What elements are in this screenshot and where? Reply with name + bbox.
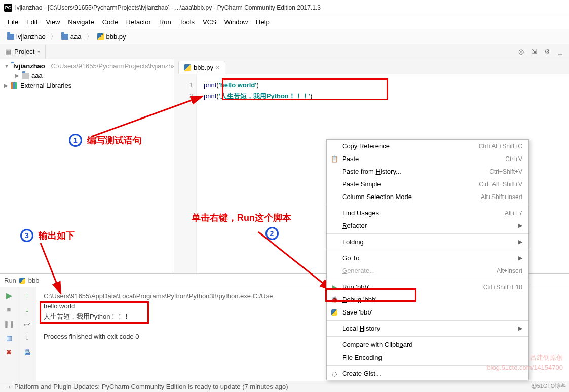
hide-icon[interactable]: ⎯: [555, 46, 566, 57]
status-bar: ▭ Platform and Plugin Updates: PyCharm C…: [0, 381, 569, 392]
pause-button[interactable]: ❚❚: [4, 319, 14, 329]
breadcrumb-segment[interactable]: lvjianzhao: [4, 32, 49, 42]
chevron-right-icon[interactable]: ▶: [15, 73, 20, 79]
line-number: 1: [177, 80, 193, 91]
tree-root[interactable]: ▼ lvjianzhao C:\Users\91655\PycharmProje…: [0, 61, 174, 71]
menu-item-label: Paste from History...: [342, 168, 489, 175]
print-button[interactable]: 🖶: [22, 347, 32, 357]
menu-window[interactable]: Window: [221, 17, 251, 27]
up-button[interactable]: ↑: [22, 290, 32, 300]
menu-run[interactable]: Run: [156, 17, 175, 27]
context-menu-item[interactable]: Find UsagesAlt+F7: [327, 207, 528, 219]
chevron-down-icon[interactable]: ▼: [4, 63, 9, 69]
menu-separator: [327, 205, 528, 205]
python-file-icon: [330, 308, 338, 317]
context-menu-item[interactable]: Paste SimpleCtrl+Alt+Shift+V: [327, 178, 528, 190]
context-menu-item[interactable]: Column Selection ModeAlt+Shift+Insert: [327, 190, 528, 203]
menu-shortcut: Ctrl+Shift+V: [489, 168, 522, 175]
code-string: '人生苦短，我用Python！！！': [219, 92, 310, 100]
context-menu-item[interactable]: Compare with Clipboard: [327, 338, 528, 351]
library-icon: [11, 82, 18, 89]
context-menu-item[interactable]: Folding▶: [327, 236, 528, 248]
tree-label: aaa: [31, 72, 43, 80]
menu-separator: [327, 250, 528, 250]
context-menu-item[interactable]: 🐞Debug 'bbb': [327, 293, 528, 306]
layout-icon: ▤: [5, 48, 11, 55]
watermark-footer: @51CTO博客: [532, 382, 566, 390]
menu-tools[interactable]: Tools: [176, 17, 198, 27]
github-icon: ◌: [330, 370, 338, 378]
title-bar: PC lvjianzhao - [C:\Users\91655\PycharmP…: [0, 0, 569, 15]
chevron-right-icon[interactable]: ▶: [4, 83, 9, 88]
down-button[interactable]: ↓: [22, 304, 32, 315]
rerun-button[interactable]: ▶: [4, 290, 14, 300]
breadcrumb-segment[interactable]: bbb.py: [94, 32, 129, 42]
context-menu-item[interactable]: Paste from History...Ctrl+Shift+V: [327, 165, 528, 178]
context-menu-item[interactable]: Local History▶: [327, 322, 528, 335]
code-string: 'hello world': [219, 81, 257, 89]
chevron-right-icon: 〉: [87, 33, 92, 41]
menu-item-label: Paste Simple: [342, 180, 479, 188]
menu-item-label: Run 'bbb': [342, 283, 483, 291]
menu-item-label: Debug 'bbb': [342, 296, 522, 303]
project-panel-selector[interactable]: ▤ Project ▾: [0, 44, 46, 59]
menu-vcs[interactable]: VCS: [199, 17, 220, 27]
python-file-icon: [19, 278, 25, 284]
menu-shortcut: Ctrl+Shift+F10: [483, 284, 522, 291]
context-menu-item[interactable]: Save 'bbb': [327, 306, 528, 319]
paste-icon: 📋: [330, 155, 338, 163]
folder-icon: [61, 34, 68, 40]
menu-item-label: Save 'bbb': [342, 308, 522, 316]
run-toolbar: ▶ ■ ❚❚ ▥ ✖: [0, 287, 18, 392]
project-panel-title: Project: [14, 48, 34, 55]
menu-shortcut: Ctrl+Alt+Shift+C: [479, 143, 522, 150]
editor-tab[interactable]: bbb.py ×: [178, 61, 225, 74]
breadcrumb-label: bbb.py: [106, 33, 126, 41]
run-config-name: bbb: [28, 277, 40, 284]
folder-icon: [7, 34, 14, 40]
collapse-icon[interactable]: ⇲: [528, 46, 540, 57]
app-icon: PC: [4, 4, 12, 12]
context-menu-item[interactable]: 📋PasteCtrl+V: [327, 152, 528, 165]
bug-icon: 🐞: [330, 296, 338, 304]
window-title: lvjianzhao - [C:\Users\91655\PycharmProj…: [15, 4, 321, 11]
chevron-right-icon: ▶: [518, 239, 522, 245]
menu-separator: [327, 233, 528, 234]
gear-icon[interactable]: ⚙: [542, 46, 553, 57]
tree-item[interactable]: ▶ aaa: [0, 71, 174, 81]
close-button[interactable]: ✖: [4, 347, 14, 357]
menu-edit[interactable]: Edit: [23, 17, 41, 27]
close-icon[interactable]: ×: [216, 64, 220, 71]
menu-item-label: Go To: [342, 254, 518, 262]
watermark: 吕建钊原创 blog.51cto.com/14154700: [487, 352, 563, 373]
menu-file[interactable]: File: [4, 17, 22, 27]
menu-item-label: Refactor: [342, 222, 518, 229]
layout-button[interactable]: ▥: [4, 333, 14, 343]
menu-view[interactable]: View: [42, 17, 63, 27]
breadcrumb-segment[interactable]: aaa: [58, 32, 85, 42]
target-icon[interactable]: ◎: [515, 46, 526, 57]
tree-label: lvjianzhao: [13, 62, 45, 70]
menu-item-label: Copy Reference: [342, 142, 479, 150]
menu-shortcut: Ctrl+Alt+Shift+V: [479, 181, 522, 188]
tree-path: C:\Users\91655\PycharmProjects\lvjianzha…: [51, 62, 174, 70]
toolbar-row: ▤ Project ▾ ◎ ⇲ ⚙ ⎯: [0, 44, 569, 59]
context-menu-item[interactable]: Refactor▶: [327, 219, 528, 232]
chevron-right-icon: ▶: [518, 222, 522, 229]
menu-navigate[interactable]: Navigate: [64, 17, 97, 27]
menu-help[interactable]: Help: [252, 17, 273, 27]
menu-item-label: Paste: [342, 155, 505, 163]
menu-shortcut: Alt+F7: [505, 210, 522, 217]
menu-shortcut: Alt+Insert: [497, 267, 522, 275]
wrap-button[interactable]: ⮐: [22, 319, 32, 329]
python-file-icon: [97, 33, 104, 40]
tree-external-libs[interactable]: ▶ External Libraries: [0, 81, 174, 90]
context-menu-item[interactable]: Copy ReferenceCtrl+Alt+Shift+C: [327, 140, 528, 152]
context-menu-item[interactable]: Go To▶: [327, 252, 528, 264]
menu-item-label: Local History: [342, 325, 518, 332]
menu-refactor[interactable]: Refactor: [123, 17, 155, 27]
stop-button[interactable]: ■: [4, 304, 14, 315]
context-menu-item[interactable]: ▶Run 'bbb'Ctrl+Shift+F10: [327, 281, 528, 293]
scroll-button[interactable]: ⤓: [22, 333, 32, 343]
menu-code[interactable]: Code: [99, 17, 122, 27]
